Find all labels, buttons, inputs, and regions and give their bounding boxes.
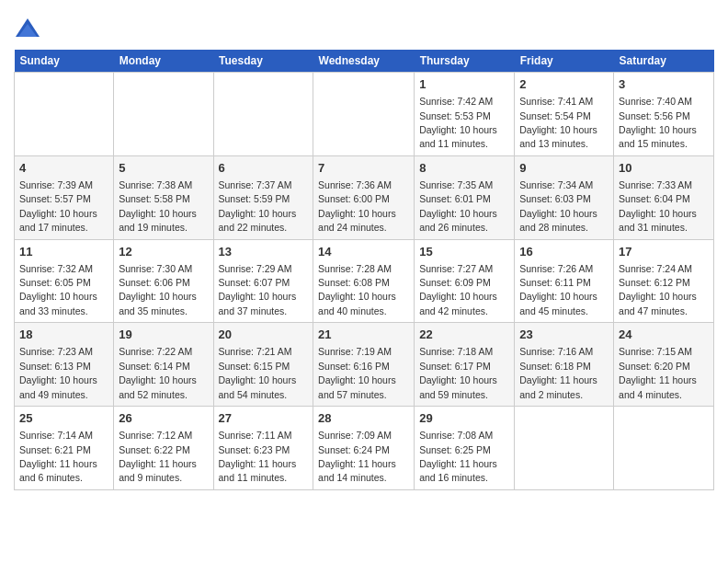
calendar-cell-w3d6: 24Sunrise: 7:15 AM Sunset: 6:20 PM Dayli… (614, 323, 714, 407)
weekday-header-sunday: Sunday (15, 50, 114, 73)
day-info: Sunrise: 7:39 AM Sunset: 5:57 PM Dayligh… (19, 179, 97, 233)
calendar-cell-w0d4: 1Sunrise: 7:42 AM Sunset: 5:53 PM Daylig… (415, 73, 515, 156)
day-info: Sunrise: 7:23 AM Sunset: 6:13 PM Dayligh… (19, 346, 97, 399)
calendar-cell-w4d0: 25Sunrise: 7:14 AM Sunset: 6:21 PM Dayli… (15, 407, 114, 490)
weekday-header-friday: Friday (515, 50, 614, 73)
day-info: Sunrise: 7:36 AM Sunset: 6:00 PM Dayligh… (318, 179, 396, 233)
calendar-cell-w3d2: 20Sunrise: 7:21 AM Sunset: 6:15 PM Dayli… (213, 323, 313, 407)
calendar-cell-w1d5: 9Sunrise: 7:34 AM Sunset: 6:03 PM Daylig… (515, 155, 614, 239)
calendar-cell-w3d4: 22Sunrise: 7:18 AM Sunset: 6:17 PM Dayli… (415, 323, 515, 407)
logo (14, 17, 45, 42)
calendar-cell-w1d3: 7Sunrise: 7:36 AM Sunset: 6:00 PM Daylig… (313, 155, 415, 239)
day-info: Sunrise: 7:22 AM Sunset: 6:14 PM Dayligh… (119, 346, 197, 399)
day-info: Sunrise: 7:32 AM Sunset: 6:05 PM Dayligh… (19, 263, 97, 316)
day-number: 20 (219, 327, 309, 343)
calendar-cell-w4d5 (515, 407, 614, 490)
day-info: Sunrise: 7:34 AM Sunset: 6:03 PM Dayligh… (519, 179, 597, 233)
calendar-cell-w4d1: 26Sunrise: 7:12 AM Sunset: 6:22 PM Dayli… (114, 407, 213, 490)
day-number: 16 (519, 244, 609, 260)
day-number: 22 (419, 327, 509, 343)
day-info: Sunrise: 7:08 AM Sunset: 6:25 PM Dayligh… (419, 430, 497, 483)
calendar-cell-w3d3: 21Sunrise: 7:19 AM Sunset: 6:16 PM Dayli… (313, 323, 415, 407)
day-number: 27 (219, 410, 309, 427)
day-info: Sunrise: 7:15 AM Sunset: 6:20 PM Dayligh… (619, 346, 697, 399)
calendar-cell-w2d1: 12Sunrise: 7:30 AM Sunset: 6:06 PM Dayli… (114, 239, 213, 323)
calendar-cell-w3d0: 18Sunrise: 7:23 AM Sunset: 6:13 PM Dayli… (15, 323, 114, 407)
day-number: 29 (419, 410, 509, 427)
calendar-cell-w0d2 (213, 73, 313, 156)
day-info: Sunrise: 7:28 AM Sunset: 6:08 PM Dayligh… (318, 263, 396, 316)
day-info: Sunrise: 7:24 AM Sunset: 6:12 PM Dayligh… (619, 263, 697, 316)
day-info: Sunrise: 7:29 AM Sunset: 6:07 PM Dayligh… (219, 263, 297, 316)
day-number: 2 (519, 76, 609, 93)
day-info: Sunrise: 7:27 AM Sunset: 6:09 PM Dayligh… (419, 263, 497, 316)
calendar-cell-w2d2: 13Sunrise: 7:29 AM Sunset: 6:07 PM Dayli… (213, 239, 313, 323)
day-number: 1 (419, 76, 509, 93)
day-info: Sunrise: 7:21 AM Sunset: 6:15 PM Dayligh… (219, 346, 297, 399)
day-info: Sunrise: 7:41 AM Sunset: 5:54 PM Dayligh… (519, 96, 597, 149)
weekday-header-wednesday: Wednesday (313, 50, 415, 73)
day-info: Sunrise: 7:16 AM Sunset: 6:18 PM Dayligh… (519, 346, 597, 399)
calendar-cell-w3d5: 23Sunrise: 7:16 AM Sunset: 6:18 PM Dayli… (515, 323, 614, 407)
day-number: 28 (318, 410, 409, 427)
day-info: Sunrise: 7:38 AM Sunset: 5:58 PM Dayligh… (119, 179, 197, 233)
calendar-cell-w1d2: 6Sunrise: 7:37 AM Sunset: 5:59 PM Daylig… (213, 155, 313, 239)
day-number: 25 (19, 410, 108, 427)
day-number: 10 (619, 160, 709, 177)
day-number: 23 (519, 327, 609, 343)
day-info: Sunrise: 7:18 AM Sunset: 6:17 PM Dayligh… (419, 346, 497, 399)
day-info: Sunrise: 7:37 AM Sunset: 5:59 PM Dayligh… (219, 179, 297, 233)
header (14, 9, 714, 42)
day-number: 19 (119, 327, 208, 343)
day-number: 14 (318, 244, 409, 260)
calendar-cell-w4d2: 27Sunrise: 7:11 AM Sunset: 6:23 PM Dayli… (213, 407, 313, 490)
day-number: 18 (19, 327, 108, 343)
day-info: Sunrise: 7:09 AM Sunset: 6:24 PM Dayligh… (318, 430, 396, 483)
calendar-cell-w1d0: 4Sunrise: 7:39 AM Sunset: 5:57 PM Daylig… (15, 155, 114, 239)
day-number: 13 (219, 244, 309, 260)
calendar-cell-w0d6: 3Sunrise: 7:40 AM Sunset: 5:56 PM Daylig… (614, 73, 714, 156)
weekday-header-thursday: Thursday (415, 50, 515, 73)
calendar-cell-w4d6 (614, 407, 714, 490)
calendar-cell-w1d6: 10Sunrise: 7:33 AM Sunset: 6:04 PM Dayli… (614, 155, 714, 239)
day-info: Sunrise: 7:30 AM Sunset: 6:06 PM Dayligh… (119, 263, 197, 316)
day-info: Sunrise: 7:42 AM Sunset: 5:53 PM Dayligh… (419, 96, 497, 149)
day-info: Sunrise: 7:26 AM Sunset: 6:11 PM Dayligh… (519, 263, 597, 316)
calendar-table: SundayMondayTuesdayWednesdayThursdayFrid… (14, 50, 714, 490)
calendar-cell-w0d3 (313, 73, 415, 156)
calendar-cell-w1d1: 5Sunrise: 7:38 AM Sunset: 5:58 PM Daylig… (114, 155, 213, 239)
weekday-header-saturday: Saturday (614, 50, 714, 73)
day-number: 24 (619, 327, 709, 343)
calendar-cell-w2d3: 14Sunrise: 7:28 AM Sunset: 6:08 PM Dayli… (313, 239, 415, 323)
calendar-cell-w2d5: 16Sunrise: 7:26 AM Sunset: 6:11 PM Dayli… (515, 239, 614, 323)
day-number: 11 (19, 244, 108, 260)
day-info: Sunrise: 7:12 AM Sunset: 6:22 PM Dayligh… (119, 430, 197, 483)
calendar-cell-w0d0 (15, 73, 114, 156)
calendar-cell-w0d1 (114, 73, 213, 156)
day-info: Sunrise: 7:14 AM Sunset: 6:21 PM Dayligh… (19, 430, 97, 483)
day-number: 21 (318, 327, 409, 343)
day-number: 3 (619, 76, 709, 93)
day-number: 8 (419, 160, 509, 177)
calendar-cell-w2d4: 15Sunrise: 7:27 AM Sunset: 6:09 PM Dayli… (415, 239, 515, 323)
day-info: Sunrise: 7:40 AM Sunset: 5:56 PM Dayligh… (619, 96, 697, 149)
day-info: Sunrise: 7:35 AM Sunset: 6:01 PM Dayligh… (419, 179, 497, 233)
calendar-cell-w3d1: 19Sunrise: 7:22 AM Sunset: 6:14 PM Dayli… (114, 323, 213, 407)
day-number: 9 (519, 160, 609, 177)
day-number: 5 (119, 160, 208, 177)
calendar-cell-w0d5: 2Sunrise: 7:41 AM Sunset: 5:54 PM Daylig… (515, 73, 614, 156)
day-number: 15 (419, 244, 509, 260)
weekday-header-tuesday: Tuesday (213, 50, 313, 73)
calendar-cell-w4d3: 28Sunrise: 7:09 AM Sunset: 6:24 PM Dayli… (313, 407, 415, 490)
weekday-header-monday: Monday (114, 50, 213, 73)
day-number: 7 (318, 160, 409, 177)
day-info: Sunrise: 7:33 AM Sunset: 6:04 PM Dayligh… (619, 179, 697, 233)
day-number: 12 (119, 244, 208, 260)
calendar-cell-w2d6: 17Sunrise: 7:24 AM Sunset: 6:12 PM Dayli… (614, 239, 714, 323)
day-info: Sunrise: 7:11 AM Sunset: 6:23 PM Dayligh… (219, 430, 297, 483)
day-info: Sunrise: 7:19 AM Sunset: 6:16 PM Dayligh… (318, 346, 396, 399)
day-number: 4 (19, 160, 108, 177)
calendar-cell-w1d4: 8Sunrise: 7:35 AM Sunset: 6:01 PM Daylig… (415, 155, 515, 239)
calendar-cell-w2d0: 11Sunrise: 7:32 AM Sunset: 6:05 PM Dayli… (15, 239, 114, 323)
day-number: 17 (619, 244, 709, 260)
